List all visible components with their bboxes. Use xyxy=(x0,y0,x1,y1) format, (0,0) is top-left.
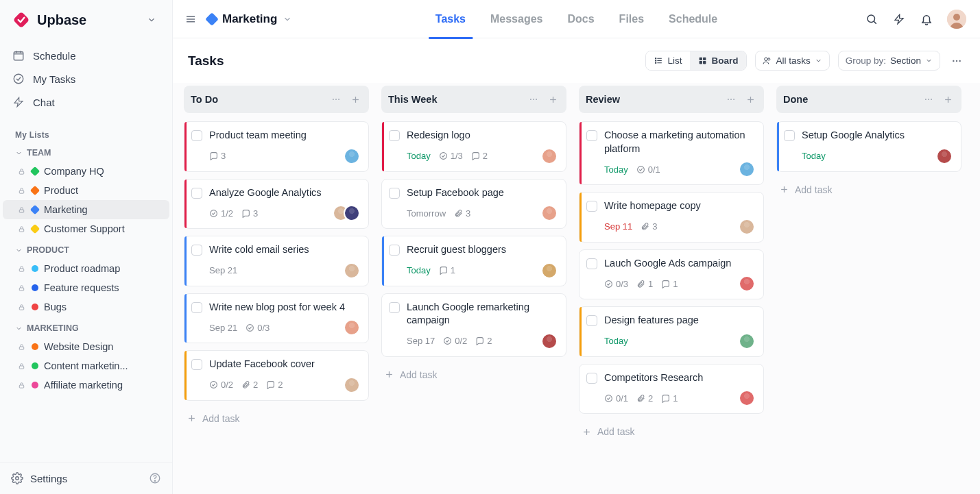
sidebar-list-item[interactable]: Product roadmap xyxy=(3,259,169,278)
breadcrumb[interactable]: Marketing xyxy=(207,12,292,26)
task-checkbox[interactable] xyxy=(389,302,400,313)
bell-icon[interactable] xyxy=(920,12,933,26)
task-checkbox[interactable] xyxy=(191,130,202,141)
filter-tasks-button[interactable]: All tasks xyxy=(755,51,829,71)
hamburger-icon[interactable] xyxy=(184,12,198,26)
sidebar-group-header[interactable]: MARKETING xyxy=(3,319,169,337)
task-card[interactable]: Redesign logoToday1/32 xyxy=(381,121,566,172)
sidebar-list-item[interactable]: Marketing xyxy=(3,200,169,219)
assignee-avatars[interactable] xyxy=(936,148,953,164)
brand[interactable]: Upbase xyxy=(12,11,143,29)
task-checkbox[interactable] xyxy=(191,359,202,370)
task-checkbox[interactable] xyxy=(389,130,400,141)
task-card[interactable]: Launch Google remarketing campaignSep 17… xyxy=(381,293,566,357)
gear-icon[interactable] xyxy=(11,472,23,484)
help-icon[interactable] xyxy=(149,472,161,484)
bolt-icon[interactable] xyxy=(892,12,906,26)
section-add-icon[interactable] xyxy=(743,92,757,106)
assignee-avatars[interactable] xyxy=(333,205,360,221)
section-header[interactable]: Review xyxy=(579,86,764,113)
task-checkbox[interactable] xyxy=(191,302,202,313)
assignee-avatars[interactable] xyxy=(739,390,755,406)
task-checkbox[interactable] xyxy=(784,130,795,141)
view-list-button[interactable]: List xyxy=(646,51,690,70)
tab-files[interactable]: Files xyxy=(617,0,647,38)
assignee-avatars[interactable] xyxy=(344,148,360,164)
task-card[interactable]: Product team meeting3 xyxy=(184,121,369,172)
task-checkbox[interactable] xyxy=(389,245,400,256)
section-header[interactable]: Done xyxy=(776,86,961,113)
more-icon[interactable] xyxy=(948,53,965,69)
tab-schedule[interactable]: Schedule xyxy=(666,0,720,38)
section-more-icon[interactable] xyxy=(527,92,540,106)
sidebar-list-item[interactable]: Affiliate marketing xyxy=(3,375,169,395)
group-by-button[interactable]: Group by: Section xyxy=(838,51,940,71)
section-add-icon[interactable] xyxy=(348,92,362,106)
sidebar-list-item[interactable]: Website Design xyxy=(3,337,169,356)
tab-messages[interactable]: Messages xyxy=(488,0,546,38)
task-card[interactable]: Setup Google AnalyticsToday xyxy=(776,121,961,172)
task-checkbox[interactable] xyxy=(586,373,597,384)
sidebar-list-item[interactable]: Bugs xyxy=(3,297,169,317)
add-task-button[interactable]: Add task xyxy=(579,421,764,443)
tab-docs[interactable]: Docs xyxy=(564,0,597,38)
task-card[interactable]: Lauch Google Ads campaign0/311 xyxy=(579,249,764,300)
task-checkbox[interactable] xyxy=(191,188,202,199)
sidebar-collapse-toggle[interactable] xyxy=(143,12,160,28)
lock-icon xyxy=(18,362,26,370)
section-more-icon[interactable] xyxy=(329,92,343,106)
task-card[interactable]: Competitors Research0/121 xyxy=(579,364,764,415)
task-checkbox[interactable] xyxy=(586,315,597,326)
sidebar-list-item[interactable]: Feature requests xyxy=(3,278,169,297)
task-checkbox[interactable] xyxy=(586,258,597,269)
task-card[interactable]: Choose a marketing automation platformTo… xyxy=(579,121,764,185)
assignee-avatars[interactable] xyxy=(541,262,558,279)
sidebar-group-header[interactable]: PRODUCT xyxy=(3,241,169,259)
search-icon[interactable] xyxy=(865,12,879,26)
view-board-button[interactable]: Board xyxy=(690,51,746,70)
assignee-avatars[interactable] xyxy=(344,319,360,336)
task-card[interactable]: Write new blog post for week 4Sep 210/3 xyxy=(184,293,369,344)
assignee-avatars[interactable] xyxy=(541,333,558,349)
section-add-icon[interactable] xyxy=(941,92,955,106)
task-card[interactable]: Write homepage copySep 113 xyxy=(579,192,764,243)
sidebar-list-item[interactable]: Product xyxy=(3,181,169,200)
add-task-button[interactable]: Add task xyxy=(184,408,369,430)
task-card[interactable]: Write cold email seriesSep 21 xyxy=(184,236,369,286)
assignee-avatars[interactable] xyxy=(541,148,558,164)
task-card[interactable]: Update Facebook cover0/222 xyxy=(184,350,369,401)
assignee-avatars[interactable] xyxy=(344,262,360,279)
section-more-icon[interactable] xyxy=(724,92,738,106)
task-checkbox[interactable] xyxy=(389,188,400,199)
task-card[interactable]: Design features pageToday xyxy=(579,306,764,357)
task-checkbox[interactable] xyxy=(586,130,597,141)
assignee-avatars[interactable] xyxy=(739,333,755,349)
task-card[interactable]: Analyze Google Analytics1/23 xyxy=(184,179,369,230)
task-checkbox[interactable] xyxy=(191,245,202,256)
svg-rect-10 xyxy=(19,229,23,232)
assignee-avatars[interactable] xyxy=(739,219,755,235)
task-card[interactable]: Setup Facebook pageTomorrow3 xyxy=(381,179,566,230)
settings-label[interactable]: Settings xyxy=(30,473,67,484)
assignee-avatars[interactable] xyxy=(541,205,558,221)
assignee-avatars[interactable] xyxy=(739,161,755,177)
user-avatar[interactable] xyxy=(947,10,966,29)
sidebar-list-item[interactable]: Customer Support xyxy=(3,219,169,238)
task-checkbox[interactable] xyxy=(586,201,597,212)
section-more-icon[interactable] xyxy=(922,92,935,106)
tab-tasks[interactable]: Tasks xyxy=(433,0,468,38)
add-task-button[interactable]: Add task xyxy=(776,179,961,201)
nav-my-tasks[interactable]: My Tasks xyxy=(5,67,167,90)
section-header[interactable]: This Week xyxy=(381,86,566,113)
nav-schedule[interactable]: Schedule xyxy=(5,44,167,67)
assignee-avatars[interactable] xyxy=(344,377,360,393)
sidebar-list-item[interactable]: Company HQ xyxy=(3,162,169,181)
section-header[interactable]: To Do xyxy=(184,86,369,113)
assignee-avatars[interactable] xyxy=(739,275,755,292)
section-add-icon[interactable] xyxy=(546,92,560,106)
sidebar-list-item[interactable]: Content marketin... xyxy=(3,356,169,375)
nav-chat[interactable]: Chat xyxy=(5,90,167,114)
sidebar-group-header[interactable]: TEAM xyxy=(3,144,169,162)
task-card[interactable]: Recruit guest bloggersToday1 xyxy=(381,236,566,286)
add-task-button[interactable]: Add task xyxy=(381,364,566,386)
